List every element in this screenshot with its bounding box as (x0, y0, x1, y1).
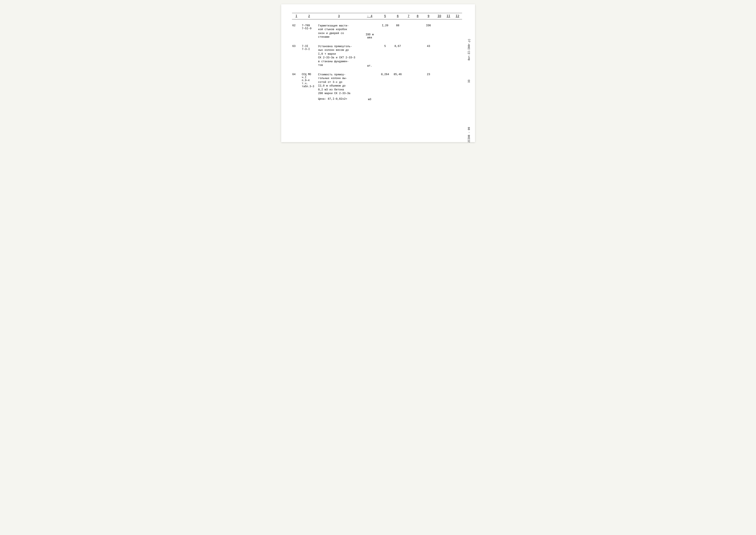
col-header-1: I (292, 13, 301, 19)
row-62-unit-line2: шва (361, 36, 378, 39)
table-row: 63 7–3I 7–3–I Установка прямоуголь- ных … (292, 44, 462, 68)
row-64-col9: 23 (422, 72, 435, 102)
table-row: 64 ССЦ МО ч.I п.9–4 т.ч. табл.3–3 Стоимо… (292, 72, 462, 102)
row-64-desc: Стоимость прямоу- гольных колонн вы- сот… (317, 72, 361, 102)
row-63-unit-line1: шт. (361, 64, 378, 68)
row-63-col8 (413, 44, 422, 68)
col-header-2: 2 (301, 13, 317, 19)
row-63-desc: Установка прямоуголь- ных колонн весом д… (317, 44, 361, 68)
row-64-col5: 0,264 (379, 72, 391, 102)
row-64-col6: 85,46 (391, 72, 404, 102)
side-label-64: 2II08 - 09 (468, 127, 471, 143)
col-header-9: 9 (422, 13, 435, 19)
row-62-col11 (444, 23, 453, 40)
row-64-ref: ССЦ МО ч.I п.9–4 т.ч. табл.3–3 (301, 72, 317, 102)
col-header-3: 3 (317, 13, 361, 19)
row-64-col7 (404, 72, 413, 102)
row-63-unit: шт. (361, 44, 379, 68)
row-62-col9: IO6 (422, 23, 435, 40)
row-62-unit: IOO м шва (361, 23, 379, 40)
row-64-unit: м3 (361, 72, 379, 102)
col-header-4: · 4 (361, 13, 379, 19)
col-header-10: IO (435, 13, 444, 19)
row-63-col9: 43 (422, 44, 435, 68)
col-header-5: 5 (379, 13, 391, 19)
row-64-col8 (413, 72, 422, 102)
row-62-col10 (435, 23, 444, 40)
row-64-col10 (435, 72, 444, 102)
spacer-4 (292, 102, 462, 110)
col-header-11: II (444, 13, 453, 19)
row-62-num: 62 (292, 23, 301, 40)
side-label-62: 8оr-II-I88г.у) (468, 39, 471, 61)
row-63-col10 (435, 44, 444, 68)
table-container: I 2 3 · 4 5 6 7 8 9 IO II I2 (292, 13, 462, 110)
row-62-ref: 7–709 7–5I–9 (301, 23, 317, 40)
row-62-desc: Герметизация масти- кой стыков коробок о… (317, 23, 361, 40)
row-62-col7 (404, 23, 413, 40)
row-64-col11 (444, 72, 453, 102)
col-header-7: 7 (404, 13, 413, 19)
row-63-col7 (404, 44, 413, 68)
row-64-desc-price: Цена: 87,I–0,82х2= (318, 97, 360, 101)
row-63-col12 (453, 44, 462, 68)
row-62-col6: 88 (391, 23, 404, 40)
row-64-num: 64 (292, 72, 301, 102)
table-row: 62 7–709 7–5I–9 Герметизация масти- кой … (292, 23, 462, 40)
spacer-2 (292, 40, 462, 44)
row-63-col6: 8,67 (391, 44, 404, 68)
row-63-num: 63 (292, 44, 301, 68)
spacer-1 (292, 19, 462, 23)
header-row: I 2 3 · 4 5 6 7 8 9 IO II I2 (292, 13, 462, 19)
row-64-unit-line1: м3 (361, 98, 378, 101)
spacer-3 (292, 68, 462, 72)
row-63-col11 (444, 44, 453, 68)
row-63-ref: 7–3I 7–3–I (301, 44, 317, 68)
side-label-63: 33 (468, 80, 471, 83)
row-64-desc-main: Стоимость прямоу- гольных колонн вы- сот… (318, 73, 360, 96)
row-62-col5: I,20 (379, 23, 391, 40)
col-header-8: 8 (413, 13, 422, 19)
row-64-col12 (453, 72, 462, 102)
row-63-col5: 5 (379, 44, 391, 68)
main-table: I 2 3 · 4 5 6 7 8 9 IO II I2 (292, 13, 462, 110)
page: I 2 3 · 4 5 6 7 8 9 IO II I2 (281, 4, 475, 142)
col-header-6: 6 (391, 13, 404, 19)
row-62-col12 (453, 23, 462, 40)
row-62-unit-line1: IOO м (361, 33, 378, 36)
col-header-12: I2 (453, 13, 462, 19)
row-62-col8 (413, 23, 422, 40)
